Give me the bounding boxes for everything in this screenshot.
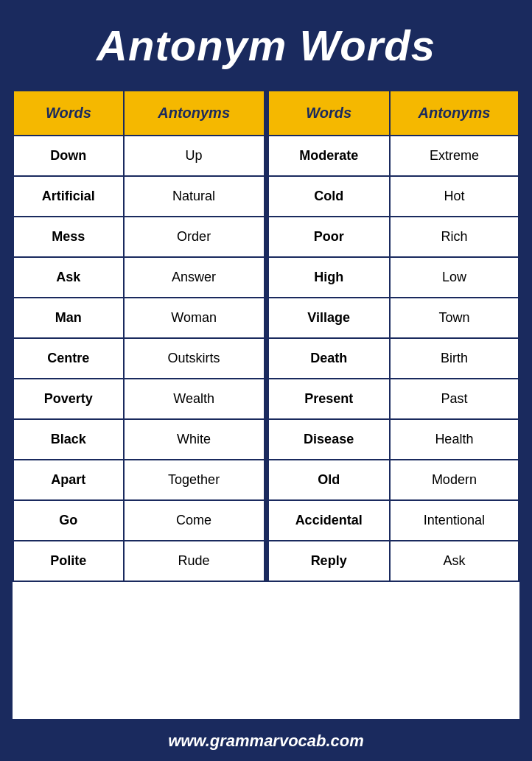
word-cell: Accidental xyxy=(268,500,390,541)
antonym-cell: Ask xyxy=(390,541,519,581)
antonym-cell: Birth xyxy=(390,338,519,379)
antonym-cell: Come xyxy=(124,500,265,541)
antonym-cell: Modern xyxy=(390,460,519,500)
table-row: Poverty Wealth xyxy=(13,379,265,419)
antonym-cell: Intentional xyxy=(390,500,519,541)
table-row: Polite Rude xyxy=(13,541,265,581)
antonym-cell: Hot xyxy=(390,176,519,217)
word-cell: Death xyxy=(268,338,390,379)
word-cell: Poor xyxy=(268,217,390,257)
antonym-cell: Health xyxy=(390,419,519,460)
table-row: Apart Together xyxy=(13,460,265,500)
word-cell: Centre xyxy=(13,338,124,379)
antonym-cell: Town xyxy=(390,298,519,338)
table-row: Reply Ask xyxy=(268,541,519,581)
left-table-section: Words Antonyms Down Up Artificial Natura… xyxy=(13,90,267,582)
table-row: Ask Answer xyxy=(13,257,265,298)
antonym-cell: Together xyxy=(124,460,265,500)
table-row: Moderate Extreme xyxy=(268,136,519,176)
header: Antonym Words xyxy=(0,0,532,88)
table-row: Accidental Intentional xyxy=(268,500,519,541)
word-cell: Black xyxy=(13,419,124,460)
right-header-words: Words xyxy=(268,91,390,136)
antonym-cell: Answer xyxy=(124,257,265,298)
word-cell: Moderate xyxy=(268,136,390,176)
table-row: Poor Rich xyxy=(268,217,519,257)
table-row: Disease Health xyxy=(268,419,519,460)
antonym-cell: Woman xyxy=(124,298,265,338)
footer: www.grammarvocab.com xyxy=(0,721,532,761)
table-row: Man Woman xyxy=(13,298,265,338)
table-row: Black White xyxy=(13,419,265,460)
word-cell: Present xyxy=(268,379,390,419)
footer-url: www.grammarvocab.com xyxy=(168,732,364,750)
table-row: High Low xyxy=(268,257,519,298)
page-title: Antonym Words xyxy=(15,21,517,70)
table-row: Go Come xyxy=(13,500,265,541)
antonym-cell: Wealth xyxy=(124,379,265,419)
right-table: Words Antonyms Moderate Extreme Cold Hot… xyxy=(267,90,520,582)
table-row: Village Town xyxy=(268,298,519,338)
word-cell: Reply xyxy=(268,541,390,581)
word-cell: Cold xyxy=(268,176,390,217)
word-cell: Mess xyxy=(13,217,124,257)
table-row: Present Past xyxy=(268,379,519,419)
table-row: Old Modern xyxy=(268,460,519,500)
content-area: Words Antonyms Down Up Artificial Natura… xyxy=(10,88,522,721)
word-cell: Apart xyxy=(13,460,124,500)
word-cell: Man xyxy=(13,298,124,338)
word-cell: Artificial xyxy=(13,176,124,217)
table-row: Cold Hot xyxy=(268,176,519,217)
antonym-cell: Past xyxy=(390,379,519,419)
left-header-antonyms: Antonyms xyxy=(124,91,265,136)
antonym-cell: White xyxy=(124,419,265,460)
word-cell: Ask xyxy=(13,257,124,298)
antonym-cell: Outskirts xyxy=(124,338,265,379)
antonym-cell: Up xyxy=(124,136,265,176)
word-cell: Down xyxy=(13,136,124,176)
tables-wrapper: Words Antonyms Down Up Artificial Natura… xyxy=(13,90,519,582)
antonym-cell: Low xyxy=(390,257,519,298)
word-cell: High xyxy=(268,257,390,298)
antonym-cell: Order xyxy=(124,217,265,257)
word-cell: Old xyxy=(268,460,390,500)
antonym-cell: Rich xyxy=(390,217,519,257)
left-table: Words Antonyms Down Up Artificial Natura… xyxy=(13,90,265,582)
table-row: Down Up xyxy=(13,136,265,176)
right-header-antonyms: Antonyms xyxy=(390,91,519,136)
antonym-cell: Extreme xyxy=(390,136,519,176)
word-cell: Polite xyxy=(13,541,124,581)
word-cell: Go xyxy=(13,500,124,541)
table-row: Centre Outskirts xyxy=(13,338,265,379)
left-header-words: Words xyxy=(13,91,124,136)
antonym-cell: Natural xyxy=(124,176,265,217)
word-cell: Disease xyxy=(268,419,390,460)
antonym-cell: Rude xyxy=(124,541,265,581)
table-row: Death Birth xyxy=(268,338,519,379)
word-cell: Poverty xyxy=(13,379,124,419)
right-table-section: Words Antonyms Moderate Extreme Cold Hot… xyxy=(267,90,520,582)
word-cell: Village xyxy=(268,298,390,338)
table-row: Mess Order xyxy=(13,217,265,257)
table-row: Artificial Natural xyxy=(13,176,265,217)
